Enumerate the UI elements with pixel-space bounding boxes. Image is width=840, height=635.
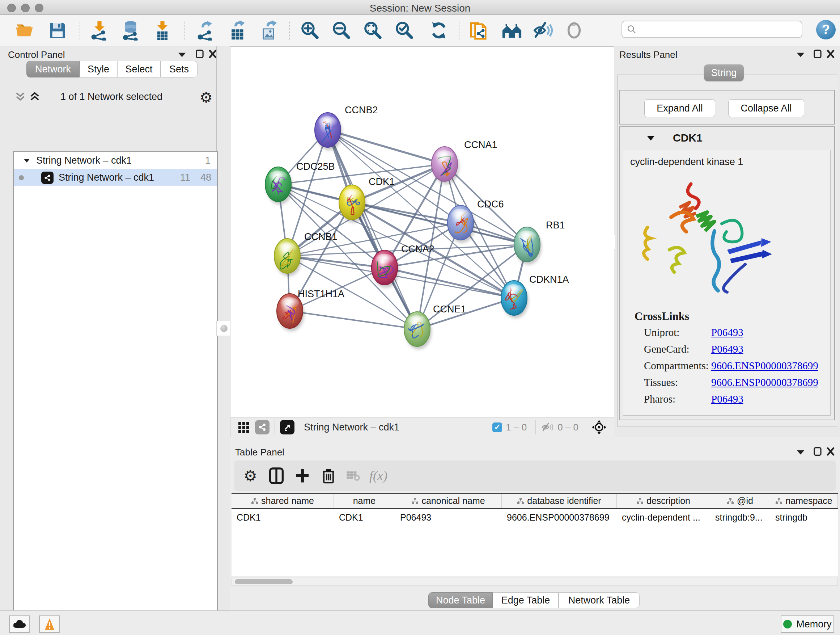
search-input[interactable] [637,24,794,35]
hide-unhide-icon[interactable] [532,20,554,41]
table-row[interactable]: CDK1CDK1P064939606.ENSP00000378699cyclin… [232,510,838,524]
expand-all-networks-icon[interactable] [29,91,41,102]
panel-collapse-icon[interactable] [796,448,805,456]
table-cell[interactable]: CDK1 [334,510,395,524]
table-cell[interactable]: stringdb [770,510,838,524]
collapse-all-button[interactable]: Collapse All [728,99,804,117]
save-session-icon[interactable] [47,20,68,41]
network-node[interactable] [447,205,475,243]
warnings-button[interactable] [39,616,60,633]
crosslink-value[interactable]: 9606.ENSP00000378699 [711,377,818,388]
column-header[interactable]: database identifier [502,494,617,508]
network-row[interactable]: String Network – cdk1 11 48 [14,169,217,186]
tab-string[interactable]: String [704,65,744,81]
tab-node-table[interactable]: Node Table [428,592,493,608]
tab-select[interactable]: Select [117,61,161,78]
collection-label: String Network – cdk1 [36,155,132,166]
column-header[interactable]: canonical name [395,494,502,508]
panel-close-icon[interactable] [826,447,835,456]
expand-all-button[interactable]: Expand All [644,99,715,117]
delete-table-icon[interactable] [341,461,365,491]
network-node[interactable] [315,112,342,150]
network-canvas[interactable]: CCNB2CCNA1CDC25BCDK1CDC6RB1CCNB1CCNA2CDK… [230,46,614,417]
table-cell[interactable]: stringdb:9... [710,510,770,524]
network-collection-row[interactable]: String Network – cdk1 1 [14,152,217,169]
panel-close-icon[interactable] [826,49,835,59]
import-network-from-database-icon[interactable] [120,20,141,41]
zoom-selected-icon[interactable] [394,20,415,41]
panel-float-icon[interactable] [195,49,204,59]
hidden-counts: 0 – 0 [557,422,578,433]
export-network-icon[interactable] [195,20,216,41]
node-label: CCNE1 [433,304,466,315]
scrollbar-thumb[interactable] [235,579,293,584]
open-session-icon[interactable] [14,20,35,41]
crosslink-label: Compartments: [644,360,709,372]
section-collapse-icon[interactable] [646,135,655,142]
search-field[interactable] [622,21,802,38]
panel-collapse-icon[interactable] [177,51,187,59]
panel-float-icon[interactable] [813,49,822,59]
network-node[interactable] [404,312,431,349]
table-cell[interactable]: cyclin-dependent ... [617,510,710,524]
zoom-in-icon[interactable] [300,20,321,41]
column-type-icon [727,497,734,505]
table-gear-icon[interactable]: ⚙ [239,461,262,491]
tab-edge-table[interactable]: Edge Table [493,592,559,608]
delete-column-icon[interactable] [317,461,340,491]
collapse-all-networks-icon[interactable] [14,91,26,102]
crosslink-value[interactable]: P06493 [711,326,744,339]
column-header[interactable]: namespace [770,494,838,508]
gray-eye-icon[interactable] [564,20,584,41]
table-cell[interactable]: CDK1 [232,510,334,524]
share-document-icon[interactable] [469,20,490,41]
network-node[interactable] [371,250,399,288]
fit-selected-icon[interactable] [592,420,607,435]
add-column-icon[interactable] [291,461,314,491]
tab-network[interactable]: Network [27,61,80,78]
table-cell[interactable]: P06493 [395,510,502,524]
node-count: 11 [180,172,190,183]
tab-network-table[interactable]: Network Table [559,592,639,608]
crosslink-value[interactable]: P06493 [711,393,744,405]
crosslink-value[interactable]: 9606.ENSP00000378699 [711,360,818,372]
zoom-out-icon[interactable] [331,20,352,41]
column-header[interactable]: @id [710,494,770,508]
panel-float-icon[interactable] [813,447,822,456]
table-horizontal-scrollbar[interactable] [232,578,838,586]
column-header[interactable]: description [617,494,710,508]
export-image-icon[interactable] [258,20,279,41]
export-table-icon[interactable] [227,20,248,41]
column-header[interactable]: name [334,494,395,508]
import-network-icon[interactable] [89,20,110,41]
hidden-eye-icon[interactable] [541,422,554,432]
network-node[interactable] [514,227,542,264]
column-header[interactable]: shared name [232,494,334,508]
network-node[interactable] [501,280,529,318]
tab-style[interactable]: Style [80,61,117,78]
refresh-icon[interactable] [428,20,449,41]
string-home-icon[interactable] [501,20,523,41]
show-columns-icon[interactable] [265,461,288,491]
panel-collapse-icon[interactable] [796,51,805,59]
gear-icon[interactable]: ⚙ [200,89,213,106]
function-builder-icon[interactable]: f(x) [367,461,390,491]
crosslink-value[interactable]: P06493 [711,343,744,355]
memory-button[interactable]: Memory [781,616,834,633]
tab-sets[interactable]: Sets [161,61,197,78]
detach-view-icon[interactable] [280,420,294,434]
help-icon[interactable]: ? [816,20,836,40]
tree-expand-icon[interactable] [23,158,30,164]
selected-nodes-checkbox[interactable]: ✓ [493,423,502,432]
left-splitter-handle[interactable] [216,321,232,336]
network-birds-eye-icon[interactable] [255,420,270,434]
zoom-fit-icon[interactable] [363,20,384,41]
network-node[interactable] [274,239,302,276]
table-cell[interactable]: 9606.ENSP00000378699 [502,510,617,524]
import-table-icon[interactable] [152,20,173,41]
panel-close-icon[interactable] [208,49,217,59]
node-label: RB1 [546,220,565,231]
network-graph[interactable]: CCNB2CCNA1CDC25BCDK1CDC6RB1CCNB1CCNA2CDK… [231,47,614,417]
cloud-button[interactable] [9,616,30,633]
grid-view-icon[interactable] [237,420,251,434]
